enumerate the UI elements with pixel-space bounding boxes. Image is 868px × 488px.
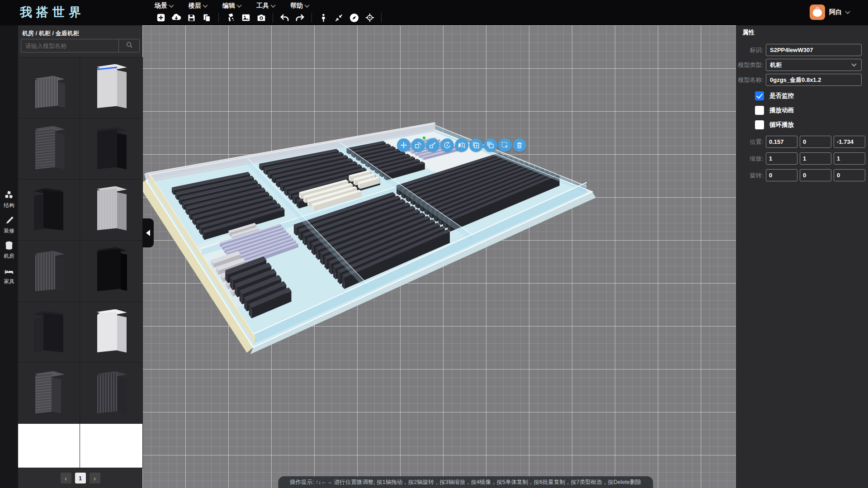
person-view-button[interactable] xyxy=(317,12,330,24)
compass-button[interactable] xyxy=(348,12,360,24)
checkbox-checked-icon[interactable] xyxy=(755,91,764,100)
status-hint-bar: 操作提示: ↑↓←→ 进行位置微调整; 按1轴拖动，按2轴旋转，按3轴缩放，按4… xyxy=(278,476,653,488)
checkbox-unchecked-icon[interactable] xyxy=(755,106,764,115)
menu-tools[interactable]: 工具 xyxy=(256,2,275,10)
bed-icon xyxy=(4,266,14,277)
breadcrumb: 机房 / 机柜 / 金盾机柜 xyxy=(22,29,79,38)
model-thumbnail-grid xyxy=(18,57,142,468)
model-thumbnail[interactable] xyxy=(80,363,142,424)
app-logo: 我搭世界 xyxy=(20,4,85,20)
rotation-y-input[interactable] xyxy=(800,169,831,181)
chevron-down-icon xyxy=(203,3,208,8)
collapse-left-icon xyxy=(146,230,150,236)
rotate-button[interactable] xyxy=(411,138,425,152)
position-y-input[interactable] xyxy=(800,136,831,148)
search-input[interactable] xyxy=(21,39,118,52)
id-input[interactable] xyxy=(766,44,862,56)
model-thumbnail[interactable] xyxy=(18,363,80,424)
position-z-input[interactable] xyxy=(834,136,865,148)
save-button[interactable] xyxy=(185,12,198,24)
scale-y-input[interactable] xyxy=(800,152,831,165)
menu-edit[interactable]: 编辑 xyxy=(222,2,241,10)
object-float-toolbar xyxy=(397,138,526,152)
user-avatar xyxy=(810,5,825,20)
model-thumbnail[interactable] xyxy=(18,241,80,302)
duplicate-button[interactable] xyxy=(469,138,483,152)
toolbar-separator xyxy=(273,13,273,23)
checkbox-monitor[interactable]: 是否监控 xyxy=(755,91,794,100)
batch-copy-button[interactable] xyxy=(484,138,497,152)
redo-button[interactable] xyxy=(294,12,306,24)
scale-z-input[interactable] xyxy=(834,152,865,165)
locate-button[interactable] xyxy=(363,12,376,24)
rotation-x-input[interactable] xyxy=(766,169,797,181)
toolbar-separator xyxy=(381,13,382,23)
model-thumbnail[interactable] xyxy=(80,180,142,241)
mirror-button[interactable] xyxy=(455,138,468,152)
model-thumbnail[interactable] xyxy=(18,118,80,180)
account-menu[interactable]: 阿白 xyxy=(810,5,849,20)
panel-title: 属性 xyxy=(742,28,755,37)
chevron-down-icon xyxy=(236,3,241,8)
page-prev-button[interactable]: ‹ xyxy=(61,473,71,483)
scale-button[interactable] xyxy=(426,138,439,152)
category-decoration[interactable]: 装修 xyxy=(0,214,18,235)
page-next-button[interactable]: › xyxy=(90,473,100,483)
menu-help[interactable]: 帮助 xyxy=(290,2,309,10)
chevron-down-icon xyxy=(851,62,856,66)
new-button[interactable] xyxy=(155,12,167,24)
page-current[interactable]: 1 xyxy=(75,473,86,483)
model-thumbnail[interactable] xyxy=(80,241,142,302)
delete-button[interactable] xyxy=(513,138,526,152)
sidebar-collapse-handle[interactable] xyxy=(142,218,154,247)
model-thumbnail[interactable] xyxy=(80,57,142,118)
model-thumbnail[interactable] xyxy=(18,302,80,363)
box-select-button[interactable] xyxy=(498,138,512,152)
fit-view-button[interactable] xyxy=(333,12,345,24)
move-button[interactable] xyxy=(397,138,410,152)
image-button[interactable] xyxy=(240,12,252,24)
menu-scene[interactable]: 场景 xyxy=(155,2,173,10)
chevron-down-icon xyxy=(270,3,275,8)
model-name-input[interactable] xyxy=(766,74,862,86)
field-model-type: 模型类型: 机柜 xyxy=(736,59,868,71)
rotate-90-button[interactable] xyxy=(440,138,454,152)
position-x-input[interactable] xyxy=(766,136,797,148)
screenshot-button[interactable] xyxy=(255,12,267,24)
model-library-panel: 机房 / 机柜 / 金盾机柜 ‹ 1 › xyxy=(18,25,142,488)
checkbox-play-animation[interactable]: 播放动画 xyxy=(755,106,794,115)
undo-button[interactable] xyxy=(278,12,291,24)
model-thumbnail[interactable] xyxy=(80,302,142,363)
main-toolbar xyxy=(155,10,384,25)
search-button[interactable] xyxy=(118,39,139,52)
model-thumbnail-blank[interactable] xyxy=(18,424,80,468)
chevron-down-icon xyxy=(845,9,850,14)
model-type-select[interactable]: 机柜 xyxy=(766,59,862,71)
brush-icon xyxy=(4,215,14,226)
database-icon xyxy=(4,241,14,251)
category-structure[interactable]: 结构 xyxy=(0,189,18,210)
checkbox-loop-play[interactable]: 循环播放 xyxy=(755,120,794,129)
field-position: 位置: xyxy=(736,136,868,148)
viewport-3d[interactable]: 操作提示: ↑↓←→ 进行位置微调整; 按1轴拖动，按2轴旋转，按3轴缩放，按4… xyxy=(142,25,736,488)
model-thumbnail-blank[interactable] xyxy=(80,424,142,468)
scale-x-input[interactable] xyxy=(766,152,797,165)
checkbox-unchecked-icon[interactable] xyxy=(755,120,764,129)
copy-page-button[interactable] xyxy=(201,12,213,24)
field-scale: 缩放: xyxy=(736,152,868,165)
material-button[interactable] xyxy=(224,12,236,24)
model-thumbnail[interactable] xyxy=(80,118,142,180)
scene-3d-datacenter xyxy=(142,25,736,488)
status-hint-text: 操作提示: ↑↓←→ 进行位置微调整; 按1轴拖动，按2轴旋转，按3轴缩放，按4… xyxy=(290,479,641,486)
menu-floor[interactable]: 楼层 xyxy=(189,2,207,10)
field-model-name: 模型名称: xyxy=(736,74,868,86)
menu-bar: 场景 楼层 编辑 工具 帮助 xyxy=(155,1,309,11)
model-thumbnail[interactable] xyxy=(18,57,80,118)
model-thumbnail[interactable] xyxy=(18,180,80,241)
category-server-room[interactable]: 机房 xyxy=(0,240,18,261)
import-button[interactable] xyxy=(170,12,182,24)
rotation-z-input[interactable] xyxy=(834,169,865,181)
toolbar-separator xyxy=(218,13,219,23)
category-furniture[interactable]: 家具 xyxy=(0,265,18,286)
user-name: 阿白 xyxy=(829,8,842,16)
